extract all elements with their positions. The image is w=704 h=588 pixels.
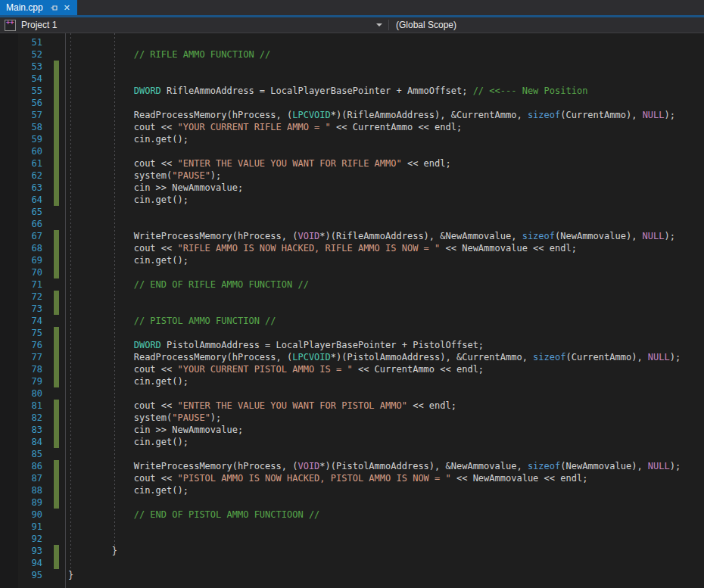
line-number[interactable]: 69 (0, 254, 42, 266)
code-line[interactable]: 60 (0, 145, 704, 157)
tab-main-cpp[interactable]: Main.cpp ✕ (0, 0, 77, 15)
line-number[interactable]: 90 (0, 509, 42, 521)
code-line[interactable]: 89 (0, 496, 704, 509)
code-line[interactable]: 71 // END OF RIFLE AMMO FUNCTION // (0, 278, 704, 291)
code-text: cin.get(); (68, 436, 188, 448)
code-editor[interactable]: 5152 // RIFLE AMMO FUNCTION //535455 DWO… (0, 33, 704, 588)
code-line[interactable]: 67 WriteProcessMemory(hProcess, (VOID*)(… (0, 230, 704, 242)
line-number[interactable]: 77 (0, 351, 42, 363)
line-number[interactable]: 62 (0, 170, 42, 182)
line-number[interactable]: 66 (0, 218, 42, 230)
line-number[interactable]: 93 (0, 545, 42, 557)
line-number[interactable]: 71 (0, 278, 42, 291)
code-line[interactable]: 91 (0, 521, 704, 533)
code-line[interactable]: 82 system("PAUSE"); (0, 412, 704, 424)
line-number[interactable]: 92 (0, 533, 42, 545)
code-line[interactable]: 80 (0, 387, 704, 400)
line-number[interactable]: 55 (0, 85, 42, 97)
line-number[interactable]: 78 (0, 363, 42, 375)
line-number[interactable]: 80 (0, 387, 42, 400)
line-number[interactable]: 95 (0, 569, 42, 581)
code-text: ReadProcessMemory(hProcess, (LPCVOID*)(P… (68, 351, 681, 363)
code-line[interactable]: 63 cin >> NewAmmovalue; (0, 182, 704, 194)
code-line[interactable]: 87 cout << "PISTOL AMMO IS NOW HACKED, P… (0, 472, 704, 484)
code-line[interactable]: 75 (0, 327, 704, 339)
code-line[interactable]: 86 WriteProcessMemory(hProcess, (VOID*)(… (0, 460, 704, 472)
change-tracking-bar (54, 194, 59, 206)
code-line[interactable]: 58 cout << "YOUR CURRENT RIFLE AMMO = " … (0, 121, 704, 133)
line-number[interactable]: 57 (0, 109, 42, 121)
code-line[interactable]: 83 cin >> NewAmmovalue; (0, 424, 704, 436)
code-line[interactable]: 68 cout << "RIFLE AMMO IS NOW HACKED, RI… (0, 242, 704, 254)
line-number[interactable]: 81 (0, 400, 42, 412)
line-number[interactable]: 52 (0, 48, 42, 61)
chevron-down-icon[interactable] (376, 23, 382, 26)
code-line[interactable]: 84 cin.get(); (0, 436, 704, 448)
code-line[interactable]: 59 cin.get(); (0, 133, 704, 145)
project-scope-dropdown[interactable]: Project 1 (0, 17, 388, 33)
line-number[interactable]: 83 (0, 424, 42, 436)
code-line[interactable]: 73 (0, 303, 704, 315)
code-line[interactable]: 54 (0, 73, 704, 85)
line-number[interactable]: 94 (0, 557, 42, 569)
code-line[interactable]: 66 (0, 218, 704, 230)
code-line[interactable]: 74 // PISTOL AMMO FUNCTION // (0, 315, 704, 327)
line-number[interactable]: 51 (0, 36, 42, 48)
code-line[interactable]: 92 (0, 533, 704, 545)
line-number[interactable]: 64 (0, 194, 42, 206)
code-line[interactable]: 94 (0, 557, 704, 569)
line-number[interactable]: 79 (0, 375, 42, 387)
line-number[interactable]: 89 (0, 496, 42, 509)
code-line[interactable]: 85 (0, 448, 704, 460)
code-line[interactable]: 90 // END OF PISTOL AMMO FUNCTIOON // (0, 509, 704, 521)
code-line[interactable]: 78 cout << "YOUR CURRENT PISTOL AMMO IS … (0, 363, 704, 375)
line-number[interactable]: 60 (0, 145, 42, 157)
line-number[interactable]: 87 (0, 472, 42, 484)
code-line[interactable]: 69 cin.get(); (0, 254, 704, 266)
global-scope-dropdown[interactable]: (Global Scope) (389, 17, 704, 33)
line-number[interactable]: 63 (0, 182, 42, 194)
pin-icon[interactable] (50, 4, 58, 12)
line-number[interactable]: 68 (0, 242, 42, 254)
line-number[interactable]: 56 (0, 97, 42, 109)
line-number[interactable]: 54 (0, 73, 42, 85)
line-number[interactable]: 91 (0, 521, 42, 533)
line-number[interactable]: 53 (0, 61, 42, 73)
code-line[interactable]: 88 cin.get(); (0, 484, 704, 496)
line-number[interactable]: 72 (0, 291, 42, 303)
line-number[interactable]: 61 (0, 157, 42, 170)
code-line[interactable]: 61 cout << "ENTER THE VALUE YOU WANT FOR… (0, 157, 704, 170)
code-line[interactable]: 76 DWORD PistolAmmoAddress = LocalPlayer… (0, 339, 704, 351)
code-line[interactable]: 52 // RIFLE AMMO FUNCTION // (0, 48, 704, 61)
code-line[interactable]: 95} (0, 569, 704, 581)
code-line[interactable]: 62 system("PAUSE"); (0, 170, 704, 182)
line-number[interactable]: 74 (0, 315, 42, 327)
line-number[interactable]: 70 (0, 266, 42, 278)
line-number[interactable]: 58 (0, 121, 42, 133)
code-line[interactable]: 64 cin.get(); (0, 194, 704, 206)
code-line[interactable]: 65 (0, 206, 704, 218)
code-line[interactable]: 57 ReadProcessMemory(hProcess, (LPCVOID*… (0, 109, 704, 121)
code-line[interactable]: 51 (0, 36, 704, 48)
code-line[interactable]: 55 DWORD RifleAmmoAddress = LocalPlayerB… (0, 85, 704, 97)
code-line[interactable]: 56 (0, 97, 704, 109)
line-number[interactable]: 82 (0, 412, 42, 424)
line-number[interactable]: 76 (0, 339, 42, 351)
code-line[interactable]: 53 (0, 61, 704, 73)
line-number[interactable]: 65 (0, 206, 42, 218)
code-line[interactable]: 79 cin.get(); (0, 375, 704, 387)
line-number[interactable]: 75 (0, 327, 42, 339)
line-number[interactable]: 88 (0, 484, 42, 496)
code-line[interactable]: 72 (0, 291, 704, 303)
code-line[interactable]: 77 ReadProcessMemory(hProcess, (LPCVOID*… (0, 351, 704, 363)
line-number[interactable]: 59 (0, 133, 42, 145)
code-line[interactable]: 81 cout << "ENTER THE VALUE YOU WANT FOR… (0, 400, 704, 412)
code-line[interactable]: 93 } (0, 545, 704, 557)
line-number[interactable]: 73 (0, 303, 42, 315)
line-number[interactable]: 86 (0, 460, 42, 472)
line-number[interactable]: 85 (0, 448, 42, 460)
line-number[interactable]: 84 (0, 436, 42, 448)
code-line[interactable]: 70 (0, 266, 704, 278)
close-icon[interactable]: ✕ (64, 4, 70, 12)
line-number[interactable]: 67 (0, 230, 42, 242)
